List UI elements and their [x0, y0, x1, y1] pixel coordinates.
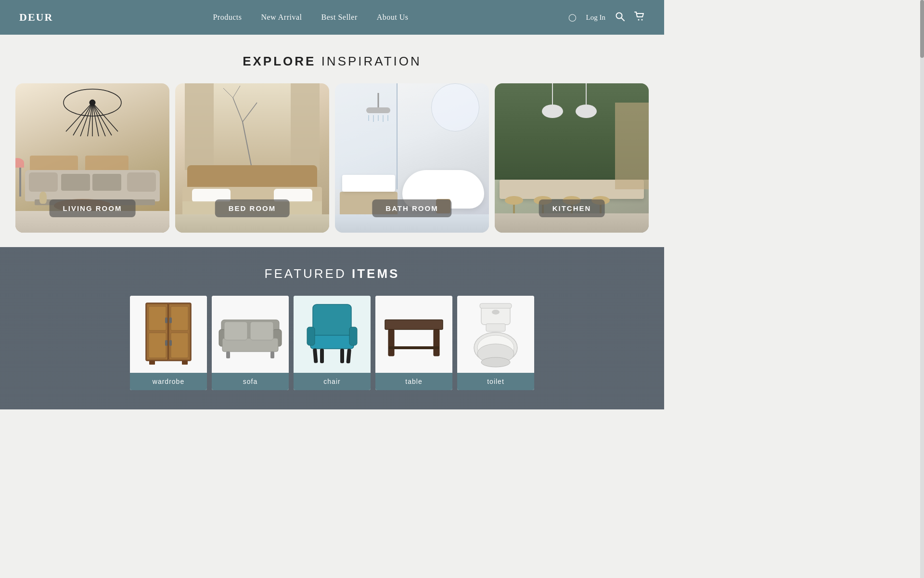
- nav-item-products[interactable]: Products: [213, 13, 242, 22]
- svg-rect-42: [169, 340, 172, 346]
- svg-line-13: [92, 103, 118, 131]
- explore-section: EXPLORE INSPIRATION: [0, 35, 664, 247]
- svg-rect-64: [388, 346, 439, 349]
- room-card-kitchen[interactable]: KITCHEN: [495, 83, 649, 233]
- svg-rect-36: [149, 333, 166, 358]
- svg-line-18: [223, 88, 233, 98]
- svg-rect-44: [182, 361, 188, 365]
- room-label-bedroom: BED ROOM: [215, 199, 290, 217]
- svg-rect-41: [169, 317, 172, 323]
- svg-rect-56: [349, 327, 357, 345]
- room-label-text-living: LIVING ROOM: [50, 199, 136, 217]
- nav-link-products[interactable]: Products: [213, 13, 242, 21]
- sofa-image-area: [212, 296, 289, 373]
- table-image-area: [375, 296, 452, 373]
- svg-rect-55: [307, 327, 315, 345]
- product-card-toilet[interactable]: toilet: [457, 296, 534, 390]
- svg-point-30: [576, 105, 597, 118]
- svg-point-2: [638, 19, 640, 21]
- featured-title: FEATURED ITEMS: [10, 266, 654, 281]
- svg-rect-53: [313, 304, 351, 338]
- wardrobe-label: wardrobe: [130, 373, 207, 390]
- product-card-wardrobe[interactable]: wardrobe: [130, 296, 207, 390]
- explore-title-bold: EXPLORE: [243, 54, 316, 68]
- svg-rect-63: [434, 329, 439, 356]
- navbar: DEUR Products New Arrival Best Seller Ab…: [0, 0, 664, 35]
- nav-link-about-us[interactable]: About Us: [377, 13, 409, 21]
- table-label: table: [375, 373, 452, 390]
- svg-rect-61: [385, 320, 443, 329]
- product-card-table[interactable]: table: [375, 296, 452, 390]
- featured-title-regular: FEATURED: [265, 266, 346, 281]
- room-label-text-bedroom: BED ROOM: [215, 199, 290, 217]
- svg-line-1: [621, 18, 624, 21]
- svg-line-5: [66, 103, 92, 131]
- nav-item-best-seller[interactable]: Best Seller: [321, 13, 357, 22]
- svg-rect-70: [486, 324, 505, 331]
- svg-rect-54: [310, 335, 354, 349]
- room-label-text-bathroom: BATH ROOM: [372, 199, 451, 217]
- svg-line-15: [243, 122, 252, 170]
- login-button[interactable]: Log In: [586, 13, 605, 22]
- room-grid: LIVING ROOM: [10, 83, 654, 233]
- user-icon[interactable]: ◯: [568, 13, 577, 22]
- room-label-text-kitchen: KITCHEN: [539, 199, 605, 217]
- svg-rect-60: [346, 349, 351, 364]
- svg-rect-59: [340, 349, 344, 363]
- toilet-image-area: [457, 296, 534, 373]
- nav-link-new-arrival[interactable]: New Arrival: [261, 13, 302, 21]
- sofa-label: sofa: [212, 373, 289, 390]
- svg-rect-35: [149, 306, 166, 330]
- room-label-bathroom: BATH ROOM: [372, 199, 451, 217]
- explore-title-regular: INSPIRATION: [321, 54, 422, 68]
- room-card-bedroom[interactable]: BED ROOM: [175, 83, 329, 233]
- explore-title: EXPLORE INSPIRATION: [10, 54, 654, 69]
- svg-point-72: [492, 310, 500, 315]
- svg-line-19: [233, 86, 240, 98]
- nav-item-about-us[interactable]: About Us: [377, 13, 409, 22]
- search-icon[interactable]: [615, 12, 625, 23]
- chair-image-area: [294, 296, 371, 373]
- svg-rect-43: [149, 361, 155, 365]
- cart-icon[interactable]: [634, 12, 645, 23]
- featured-section: FEATURED ITEMS: [0, 247, 664, 409]
- svg-line-16: [233, 98, 243, 122]
- room-card-bathroom[interactable]: BATH ROOM: [335, 83, 489, 233]
- wardrobe-image-area: [130, 296, 207, 373]
- svg-rect-37: [171, 306, 188, 330]
- svg-rect-66: [480, 303, 512, 308]
- chair-label: chair: [294, 373, 371, 390]
- featured-title-bold: ITEMS: [352, 266, 399, 281]
- svg-rect-49: [224, 322, 247, 340]
- svg-rect-38: [171, 333, 188, 358]
- svg-point-71: [481, 357, 510, 367]
- svg-rect-58: [320, 349, 324, 363]
- svg-rect-39: [165, 317, 167, 323]
- room-label-kitchen: KITCHEN: [539, 199, 605, 217]
- nav-link-best-seller[interactable]: Best Seller: [321, 13, 357, 21]
- room-card-living[interactable]: LIVING ROOM: [15, 83, 169, 233]
- nav-actions: ◯ Log In: [568, 12, 645, 23]
- svg-point-28: [542, 105, 563, 118]
- svg-rect-51: [226, 352, 230, 358]
- nav-links: Products New Arrival Best Seller About U…: [213, 13, 408, 22]
- product-grid: wardrobe: [10, 296, 654, 390]
- nav-item-new-arrival[interactable]: New Arrival: [261, 13, 302, 22]
- product-card-chair[interactable]: chair: [294, 296, 371, 390]
- svg-rect-40: [165, 340, 167, 346]
- svg-rect-57: [313, 348, 318, 363]
- svg-line-11: [92, 103, 105, 136]
- svg-line-8: [88, 103, 92, 136]
- room-label-living: LIVING ROOM: [50, 199, 136, 217]
- brand-logo[interactable]: DEUR: [19, 11, 53, 24]
- toilet-label: toilet: [457, 373, 534, 390]
- svg-rect-62: [388, 329, 394, 356]
- svg-rect-21: [366, 107, 390, 113]
- svg-point-3: [642, 19, 643, 21]
- svg-rect-50: [250, 322, 273, 340]
- svg-rect-52: [270, 352, 274, 358]
- svg-line-17: [243, 103, 257, 122]
- product-card-sofa[interactable]: sofa: [212, 296, 289, 390]
